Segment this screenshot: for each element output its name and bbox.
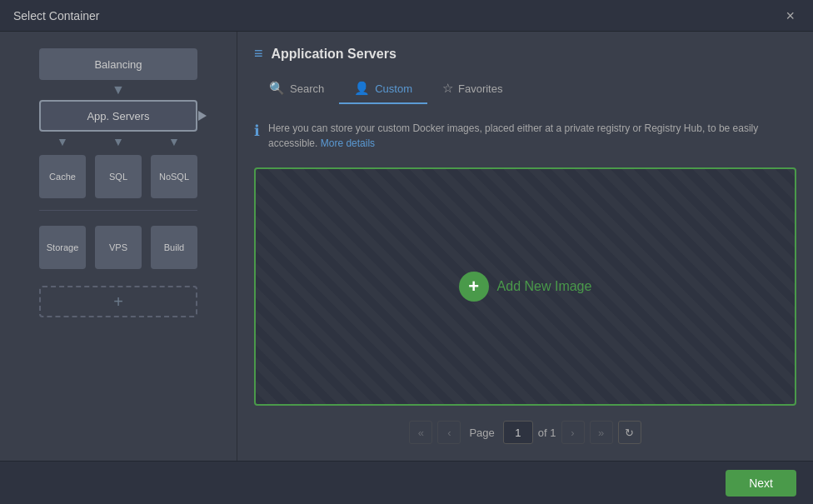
sub-arrow-3: ▼ [151,135,197,148]
of-total-label: of 1 [538,427,556,439]
refresh-button[interactable]: ↻ [618,421,641,444]
tab-favorites[interactable]: ☆ Favorites [427,74,517,104]
plus-circle-icon: + [459,272,489,302]
vps-node[interactable]: VPS [95,226,142,269]
tabs-row: 🔍 Search 👤 Custom ☆ Favorites [254,74,796,104]
sub-nodes-row-2: Storage VPS Build [39,226,197,269]
favorites-tab-label: Favorites [458,82,502,95]
left-panel: Balancing ▼ App. Servers ▼ ▼ ▼ Cache SQL… [0,32,237,461]
nosql-node[interactable]: NoSQL [151,155,197,198]
close-button[interactable]: × [781,7,800,25]
page-label: Page [469,427,494,439]
prev-page-button[interactable]: ‹ [437,421,461,444]
first-page-button[interactable]: « [409,421,432,444]
sub-arrow-1: ▼ [39,135,86,148]
build-node[interactable]: Build [151,226,197,269]
dialog-body: Balancing ▼ App. Servers ▼ ▼ ▼ Cache SQL… [0,32,813,461]
right-panel: ≡ Application Servers 🔍 Search 👤 Custom … [237,32,813,461]
next-page-button[interactable]: › [561,421,585,444]
app-servers-wrapper: App. Servers [13,100,223,132]
storage-node[interactable]: Storage [39,226,86,269]
dialog-title: Select Container [13,9,100,22]
select-container-dialog: Select Container × Balancing ▼ App. Serv… [0,0,813,504]
arrow-down-1: ▼ [39,83,197,97]
panel-title-icon: ≡ [254,45,263,62]
tab-custom[interactable]: 👤 Custom [339,74,427,104]
add-new-image-button[interactable]: + Add New Image [459,272,592,302]
sql-node[interactable]: SQL [95,155,142,198]
search-tab-label: Search [290,82,324,95]
sub-nodes-row-1: Cache SQL NoSQL [39,155,197,198]
sub-arrow-2: ▼ [95,135,142,148]
separator-1 [39,210,197,211]
custom-tab-label: Custom [375,82,412,95]
favorites-tab-icon: ☆ [442,81,453,96]
sub-arrows-row: ▼ ▼ ▼ [39,135,197,148]
search-tab-icon: 🔍 [269,81,285,96]
info-text: Here you can store your custom Docker im… [268,121,796,151]
connector-arrow [198,111,207,121]
add-new-image-label: Add New Image [497,279,592,294]
page-input[interactable] [503,421,533,444]
app-servers-node[interactable]: App. Servers [39,100,197,132]
custom-tab-icon: 👤 [354,81,370,96]
dialog-footer: Next [0,461,813,504]
next-button[interactable]: Next [726,470,796,497]
info-icon: ℹ [254,122,260,140]
add-node-button[interactable]: + [39,286,197,317]
last-page-button[interactable]: » [590,421,613,444]
pagination-row: « ‹ Page of 1 › » ↻ [254,417,796,447]
info-box: ℹ Here you can store your custom Docker … [254,116,796,156]
panel-title-row: ≡ Application Servers [254,45,796,62]
panel-title: Application Servers [272,47,397,62]
tab-search[interactable]: 🔍 Search [254,74,339,104]
balancing-node[interactable]: Balancing [39,48,197,80]
cache-node[interactable]: Cache [39,155,86,198]
content-area: + Add New Image [254,167,796,406]
more-details-link[interactable]: More details [321,137,375,149]
dialog-header: Select Container × [0,0,813,32]
